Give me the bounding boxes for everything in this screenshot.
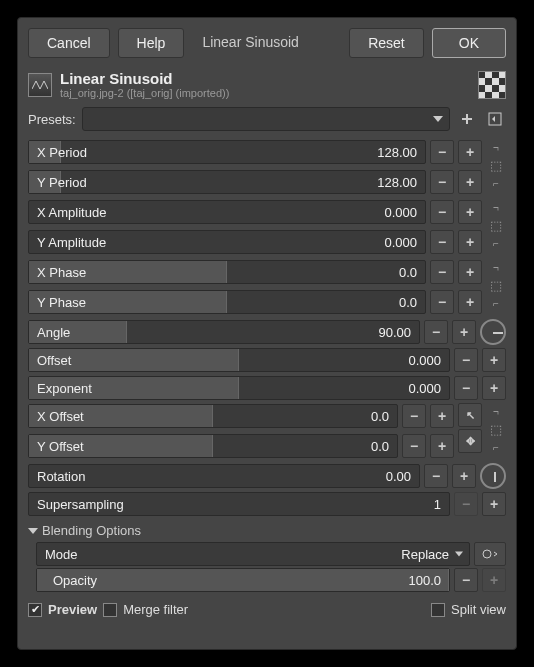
filter-icon [28, 73, 52, 97]
y-offset-slider[interactable]: Y Offset 0.0 [28, 434, 398, 458]
offset-center-icon[interactable]: ✥ [458, 429, 482, 453]
opacity-minus-button[interactable]: − [454, 568, 478, 592]
x-period-plus-button[interactable]: + [458, 140, 482, 164]
offset-minus-button[interactable]: − [454, 348, 478, 372]
opacity-slider[interactable]: Opacity 100.0 [36, 568, 450, 592]
angle-plus-button[interactable]: + [452, 320, 476, 344]
y-amplitude-minus-button[interactable]: − [430, 230, 454, 254]
supersampling-minus-button: − [454, 492, 478, 516]
y-phase-slider[interactable]: Y Phase 0.0 [28, 290, 426, 314]
y-period-minus-button[interactable]: − [430, 170, 454, 194]
x-amplitude-plus-button[interactable]: + [458, 200, 482, 224]
action-bar: Cancel Help Linear Sinusoid Reset OK [28, 28, 506, 58]
angle-slider[interactable]: Angle 90.00 [28, 320, 420, 344]
rotation-plus-button[interactable]: + [452, 464, 476, 488]
exponent-slider[interactable]: Exponent 0.000 [28, 376, 450, 400]
y-period-slider[interactable]: Y Period 128.00 [28, 170, 426, 194]
rotation-minus-button[interactable]: − [424, 464, 448, 488]
merge-filter-checkbox[interactable] [103, 603, 117, 617]
x-offset-plus-button[interactable]: + [430, 404, 454, 428]
add-preset-icon[interactable] [456, 108, 478, 130]
help-button[interactable]: Help [118, 28, 185, 58]
exponent-plus-button[interactable]: + [482, 376, 506, 400]
rotation-dial[interactable] [480, 463, 506, 489]
header: Linear Sinusoid taj_orig.jpg-2 ([taj_ori… [28, 70, 506, 99]
angle-dial[interactable] [480, 319, 506, 345]
offset-link-icon[interactable]: ¬⬚⌐ [486, 403, 506, 455]
x-period-slider[interactable]: X Period 128.00 [28, 140, 426, 164]
x-offset-slider[interactable]: X Offset 0.0 [28, 404, 398, 428]
supersampling-slider[interactable]: Supersampling 1 [28, 492, 450, 516]
blending-section: Blending Options Mode Replace Opacity 10… [28, 523, 506, 592]
offset-slider[interactable]: Offset 0.000 [28, 348, 450, 372]
x-amplitude-slider[interactable]: X Amplitude 0.000 [28, 200, 426, 224]
manage-presets-icon[interactable] [484, 108, 506, 130]
offset-pick-icon[interactable]: ↖ [458, 403, 482, 427]
x-offset-minus-button[interactable]: − [402, 404, 426, 428]
header-text: Linear Sinusoid taj_orig.jpg-2 ([taj_ori… [60, 70, 229, 99]
preview-checkbox[interactable]: ✔ [28, 603, 42, 617]
offset-plus-button[interactable]: + [482, 348, 506, 372]
y-phase-minus-button[interactable]: − [430, 290, 454, 314]
period-link-icon[interactable]: ¬⬚⌐ [486, 139, 506, 191]
target-image-label: taj_orig.jpg-2 ([taj_orig] (imported)) [60, 87, 229, 99]
blend-mode-reset-icon[interactable] [474, 542, 506, 566]
x-amplitude-minus-button[interactable]: − [430, 200, 454, 224]
split-view-checkbox[interactable] [431, 603, 445, 617]
blending-toggle[interactable]: Blending Options [28, 523, 506, 538]
blend-mode-dropdown[interactable]: Mode Replace [36, 542, 470, 566]
filter-title: Linear Sinusoid [60, 70, 229, 87]
reset-button[interactable]: Reset [349, 28, 424, 58]
rotation-slider[interactable]: Rotation 0.00 [28, 464, 420, 488]
opacity-plus-button: + [482, 568, 506, 592]
x-phase-slider[interactable]: X Phase 0.0 [28, 260, 426, 284]
preview-thumbnail [478, 71, 506, 99]
angle-minus-button[interactable]: − [424, 320, 448, 344]
y-offset-plus-button[interactable]: + [430, 434, 454, 458]
y-amplitude-plus-button[interactable]: + [458, 230, 482, 254]
presets-dropdown[interactable] [82, 107, 450, 131]
y-amplitude-slider[interactable]: Y Amplitude 0.000 [28, 230, 426, 254]
presets-label: Presets: [28, 112, 76, 127]
y-period-plus-button[interactable]: + [458, 170, 482, 194]
ok-button[interactable]: OK [432, 28, 506, 58]
amplitude-link-icon[interactable]: ¬⬚⌐ [486, 199, 506, 251]
x-phase-minus-button[interactable]: − [430, 260, 454, 284]
y-phase-plus-button[interactable]: + [458, 290, 482, 314]
x-phase-plus-button[interactable]: + [458, 260, 482, 284]
filter-dialog: Cancel Help Linear Sinusoid Reset OK Lin… [17, 17, 517, 650]
y-offset-minus-button[interactable]: − [402, 434, 426, 458]
split-view-label: Split view [451, 602, 506, 617]
presets-row: Presets: [28, 107, 506, 131]
merge-filter-label: Merge filter [123, 602, 188, 617]
dialog-label: Linear Sinusoid [192, 28, 341, 58]
footer: ✔ Preview Merge filter Split view [28, 602, 506, 617]
cancel-button[interactable]: Cancel [28, 28, 110, 58]
preview-label: Preview [48, 602, 97, 617]
exponent-minus-button[interactable]: − [454, 376, 478, 400]
supersampling-plus-button[interactable]: + [482, 492, 506, 516]
x-period-minus-button[interactable]: − [430, 140, 454, 164]
phase-link-icon[interactable]: ¬⬚⌐ [486, 259, 506, 311]
